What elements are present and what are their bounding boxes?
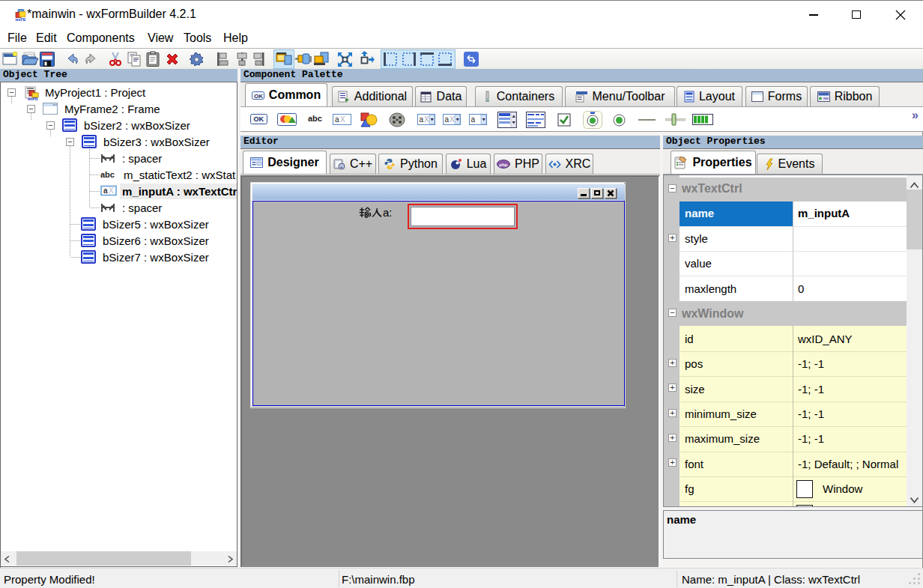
- svg-text:wxFB: wxFB: [15, 17, 26, 22]
- svg-text:php: php: [500, 163, 508, 167]
- svg-text:a: a: [445, 115, 450, 124]
- svg-text:X: X: [450, 115, 455, 124]
- svg-text:X: X: [424, 115, 429, 124]
- svg-text:a: a: [103, 187, 108, 195]
- svg-text:a: a: [471, 115, 476, 124]
- svg-text:X: X: [109, 187, 114, 195]
- svg-text:+: +: [340, 165, 343, 169]
- svg-text:X: X: [340, 115, 345, 124]
- svg-text:OK: OK: [254, 92, 263, 99]
- svg-text:a: a: [335, 115, 339, 124]
- svg-text:OK: OK: [254, 115, 264, 123]
- svg-text:a: a: [420, 115, 424, 124]
- svg-text:a:: a:: [383, 206, 393, 219]
